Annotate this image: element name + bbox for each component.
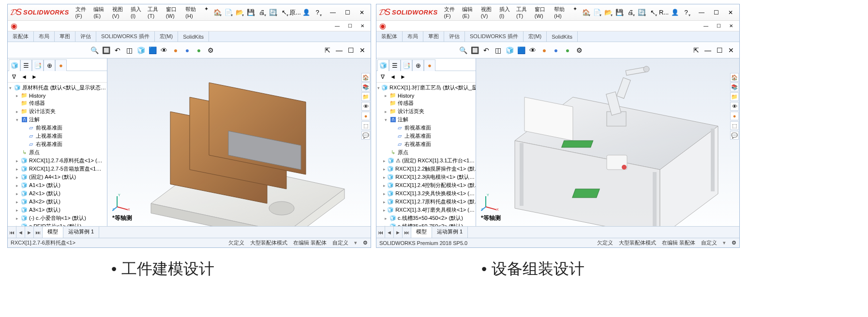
taskpane-home-icon[interactable]: 🏠: [361, 73, 370, 82]
taskpane-custom-icon[interactable]: ⬚: [730, 121, 739, 130]
tree-origin[interactable]: ↳原点: [376, 148, 476, 157]
tree-part[interactable]: ▸🧊RXCX[1].2.4控制分配模块<1> (默…: [376, 181, 476, 189]
scene-icon[interactable]: ●: [182, 45, 193, 56]
select-icon[interactable]: ↖: [279, 7, 289, 18]
tree-part[interactable]: ▸🧊c.线槽35×50-750<2> (默认): [376, 222, 476, 226]
tree-notes[interactable]: ▾🅰注解: [376, 115, 476, 124]
doc-abbrev[interactable]: 原...: [290, 7, 300, 18]
rebuild-icon[interactable]: 🔄: [268, 7, 278, 18]
appearance-tab-icon[interactable]: ●: [424, 59, 435, 71]
home-icon[interactable]: 🏠: [581, 7, 591, 18]
tree-fwd-icon[interactable]: ►: [30, 72, 39, 81]
tab-evaluate[interactable]: 评估: [75, 31, 96, 42]
tab-first-icon[interactable]: ⏮: [376, 227, 385, 238]
tree-part[interactable]: ▸🧊RXCX[1].2.7-6原料托盘<1> (…: [8, 157, 107, 165]
graphics-viewport[interactable]: Y X Z *等轴测 🏠 📚 📁 👁 ● ⬚ 💬: [107, 58, 371, 226]
tab-layout[interactable]: 布局: [34, 31, 55, 42]
minimize-ribbon-button[interactable]: —: [334, 45, 344, 56]
menu-window[interactable]: 窗口(W): [532, 4, 551, 20]
taskpane-lib-icon[interactable]: 📚: [730, 83, 739, 91]
tab-prev-icon[interactable]: ◄: [385, 227, 394, 238]
graphics-viewport[interactable]: Y X Z *等轴测 🏠 📚 📁 👁 ● ⬚ 💬: [476, 58, 739, 226]
menu-pin-icon[interactable]: ✦: [570, 4, 580, 20]
menu-insert[interactable]: 插入(I): [128, 4, 144, 20]
user-icon[interactable]: 👤: [301, 7, 312, 18]
tab-addins[interactable]: SOLIDWORKS 插件: [465, 31, 524, 42]
minimize-button[interactable]: —: [326, 8, 340, 17]
tree-part[interactable]: ▸🧊a.RFID芯片<1> (默认): [8, 222, 107, 226]
tree-root[interactable]: ▾🧊原材料托盘 (默认<默认_显示状态…: [8, 84, 107, 92]
display-style-icon[interactable]: 🟦: [516, 45, 526, 56]
close-ribbon-button[interactable]: ☐: [345, 45, 356, 56]
tree-front-plane[interactable]: ▱前视基准面: [376, 124, 476, 132]
tree-origin[interactable]: ↳原点: [8, 148, 107, 157]
menu-help[interactable]: 帮助(H): [183, 4, 201, 20]
section-view-icon[interactable]: ◫: [124, 45, 135, 56]
tab-macro[interactable]: 宏(M): [155, 31, 179, 42]
zoom-area-icon[interactable]: 🔲: [469, 45, 480, 56]
sub-minimize-button[interactable]: —: [701, 21, 711, 31]
status-custom[interactable]: 自定义: [332, 239, 348, 246]
help-icon[interactable]: ?: [312, 7, 323, 18]
exit-ribbon-button[interactable]: ✕: [357, 45, 368, 56]
tree-fwd-icon[interactable]: ►: [399, 72, 407, 81]
tree-root[interactable]: ▾🧊RXCX[1].3打磨工艺岛 (默认<默认_显…: [376, 84, 476, 92]
tab-sketch[interactable]: 草图: [423, 31, 444, 42]
maximize-button[interactable]: ☐: [709, 8, 723, 17]
sub-restore-button[interactable]: ☐: [344, 21, 355, 31]
tree-part[interactable]: ▸🧊RXCX[1].2.2触摸屏操作盒<1> (默…: [376, 165, 476, 173]
feature-tree[interactable]: ▾🧊RXCX[1].3打磨工艺岛 (默认<默认_显… ▸📁History 📁传感…: [376, 83, 476, 226]
menu-view[interactable]: 视图(V): [110, 4, 127, 20]
tab-motion-study[interactable]: 运动算例 1: [63, 227, 99, 238]
hide-show-icon[interactable]: 👁: [527, 45, 538, 56]
feature-tree-tab-icon[interactable]: 🧊: [377, 59, 389, 71]
tree-part[interactable]: ▸🧊(固定) A4<1> (默认): [8, 173, 107, 181]
taskpane-view-icon[interactable]: 👁: [361, 102, 370, 111]
taskpane-appearance-icon[interactable]: ●: [730, 112, 739, 120]
tab-motion-study[interactable]: 运动算例 1: [432, 227, 468, 238]
view-settings-icon[interactable]: ⚙: [574, 45, 584, 56]
appearance-icon[interactable]: ●: [539, 45, 550, 56]
tree-history[interactable]: ▸📁History: [376, 92, 476, 99]
open-icon[interactable]: 📂: [234, 7, 245, 18]
section-view-icon[interactable]: ◫: [493, 45, 503, 56]
filter-icon[interactable]: ∇: [10, 72, 18, 81]
tab-first-icon[interactable]: ⏮: [8, 227, 16, 238]
tab-prev-icon[interactable]: ◄: [16, 227, 25, 238]
feature-tree-tab-icon[interactable]: 🧊: [9, 59, 20, 71]
doc-abbrev[interactable]: R...: [658, 7, 669, 18]
view-orientation-icon[interactable]: 🧊: [135, 45, 146, 56]
render-icon[interactable]: ●: [194, 45, 204, 56]
tree-part[interactable]: ▸🧊RXCX[1].3.2夹具快换模块<1> (…: [376, 189, 476, 198]
menu-tools[interactable]: 工具(T): [145, 4, 163, 20]
tree-part[interactable]: ▸🧊RXCX[1].2.3供电模块<1> (默认…: [376, 173, 476, 181]
zoom-fit-icon[interactable]: 🔍: [89, 45, 100, 56]
close-button[interactable]: ✕: [724, 8, 737, 17]
tree-part[interactable]: ▸🧊A2<1> (默认): [8, 189, 107, 198]
menu-view[interactable]: 视图(V): [479, 4, 496, 20]
display-style-icon[interactable]: 🟦: [147, 45, 158, 56]
exit-ribbon-button[interactable]: ✕: [726, 45, 736, 56]
tree-design-binder[interactable]: ▸📁设计活页夹: [376, 107, 476, 115]
menu-tools[interactable]: 工具(T): [514, 4, 531, 20]
home-icon[interactable]: 🏠: [212, 7, 223, 18]
taskpane-home-icon[interactable]: 🏠: [730, 73, 739, 82]
tree-part[interactable]: ▸🧊RXCX[1].2.7-5音箱放置盘<1…: [8, 165, 107, 173]
tree-notes[interactable]: ▾🅰注解: [8, 115, 107, 124]
new-icon[interactable]: 📄: [592, 7, 602, 18]
status-custom[interactable]: 自定义: [701, 239, 717, 246]
taskpane-custom-icon[interactable]: ⬚: [361, 121, 370, 130]
minimize-button[interactable]: —: [695, 8, 708, 17]
menu-window[interactable]: 窗口(W): [164, 4, 182, 20]
tree-history[interactable]: ▸📁History: [8, 92, 107, 99]
tree-part[interactable]: ▸🧊RXCX[1].3.4打磨夹具模块<1> (…: [376, 206, 476, 214]
zoom-area-icon[interactable]: 🔲: [101, 45, 111, 56]
scene-icon[interactable]: ●: [551, 45, 561, 56]
feature-tree[interactable]: ▾🧊原材料托盘 (默认<默认_显示状态… ▸📁History 📁传感器 ▸📁设计…: [8, 83, 107, 226]
sub-close-button[interactable]: ✕: [726, 21, 736, 31]
select-icon[interactable]: ↖: [647, 7, 658, 18]
user-icon[interactable]: 👤: [670, 7, 680, 18]
tree-part[interactable]: ▸🧊A1<1> (默认): [8, 181, 107, 189]
display-tab-icon[interactable]: ⊕: [44, 59, 55, 71]
tab-last-icon[interactable]: ⏭: [403, 227, 411, 238]
